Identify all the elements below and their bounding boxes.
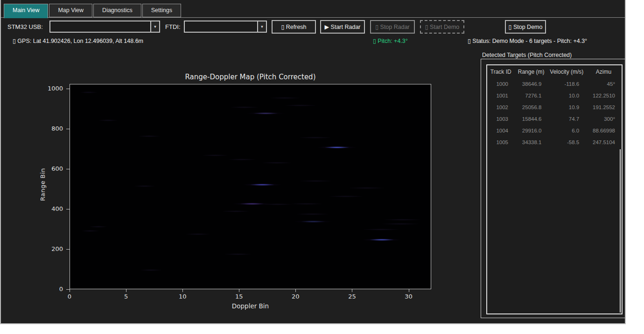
- noise-blob: [295, 213, 329, 215]
- range-doppler-plot[interactable]: [70, 84, 431, 289]
- targets-panel-title: Detected Targets (Pitch Corrected): [482, 52, 572, 58]
- table-row[interactable]: 100225056.810.9191.2552: [487, 101, 622, 113]
- table-cell: 10.9: [548, 104, 586, 110]
- stop-demo-button[interactable]: ▯ Stop Demo: [505, 20, 546, 34]
- noise-blob: [79, 91, 98, 93]
- target-streak: [317, 146, 357, 149]
- column-header[interactable]: Azimu: [586, 69, 622, 75]
- noise-blob: [89, 226, 108, 228]
- x-tick-label: 5: [119, 293, 133, 300]
- stm32-usb-label: STM32 USB:: [7, 23, 43, 30]
- status-text: ▯ Status: Demo Mode - 6 targets - Pitch:…: [468, 37, 587, 44]
- column-header[interactable]: Track ID: [487, 69, 514, 75]
- table-row[interactable]: 100534338.1-58.5247.5104: [487, 136, 622, 148]
- table-cell: 10.0: [548, 93, 586, 98]
- table-cell: 122.2510: [586, 93, 622, 98]
- noise-blob: [140, 269, 162, 271]
- table-row[interactable]: 100429916.06.088.66998: [487, 125, 622, 136]
- target-streak: [362, 238, 401, 241]
- target-streak: [243, 183, 282, 186]
- table-row[interactable]: 10017276.110.0122.2510: [487, 90, 622, 101]
- noise-blob: [290, 203, 323, 205]
- tab-bar: Main View Map View Diagnostics Settings: [4, 4, 182, 18]
- y-tick: [66, 89, 70, 89]
- table-header-row: Track IDRange (m)Velocity (m/s)Azimu: [487, 65, 622, 78]
- ftdi-label: FTDI:: [165, 23, 181, 30]
- table-cell: 1004: [487, 128, 515, 133]
- target-streak: [246, 112, 285, 115]
- noise-blob: [202, 154, 229, 156]
- x-tick: [409, 289, 409, 292]
- table-cell: 191.2552: [586, 104, 622, 110]
- noise-blob: [298, 137, 332, 139]
- tab-map-view[interactable]: Map View: [49, 4, 92, 17]
- targets-table[interactable]: Track IDRange (m)Velocity (m/s)Azimu1000…: [486, 64, 623, 314]
- noise-blob: [81, 230, 99, 232]
- noise-blob: [348, 187, 385, 189]
- chart-title: Range-Doppler Map (Pitch Corrected): [70, 73, 431, 81]
- x-tick-label: 20: [288, 293, 302, 300]
- x-tick: [295, 289, 296, 292]
- noise-blob: [221, 210, 250, 212]
- noise-blob: [382, 219, 422, 221]
- y-tick: [66, 249, 70, 250]
- stm32-port-select[interactable]: ▼: [49, 21, 160, 33]
- start-demo-button[interactable]: ▯ Start Demo: [420, 20, 464, 34]
- table-cell: 38646.9: [515, 81, 548, 87]
- y-tick-label: 400: [42, 205, 63, 212]
- column-header[interactable]: Velocity (m/s): [548, 69, 586, 75]
- ftdi-port-value: [185, 21, 257, 32]
- stop-radar-button[interactable]: ▯ Stop Radar: [370, 20, 415, 34]
- table-cell: 45°: [586, 81, 622, 87]
- noise-blob: [138, 135, 161, 137]
- start-radar-button[interactable]: ▶ Start Radar: [320, 20, 365, 34]
- table-cell: 247.5104: [586, 139, 622, 145]
- y-tick: [66, 209, 70, 209]
- noise-blob: [328, 195, 364, 197]
- target-streak: [294, 220, 333, 223]
- noise-blob: [299, 180, 333, 182]
- y-tick-label: 1000: [42, 85, 63, 92]
- table-row[interactable]: 100038646.9-118.645°: [487, 78, 622, 90]
- table-row[interactable]: 100315844.674.7300°: [487, 113, 622, 125]
- column-header[interactable]: Range (m): [514, 69, 547, 75]
- noise-blob: [185, 233, 211, 235]
- table-cell: 6.0: [548, 128, 586, 133]
- x-tick-label: 30: [402, 293, 416, 300]
- noise-blob: [262, 203, 294, 205]
- noise-blob: [98, 119, 118, 121]
- table-cell: 34338.1: [515, 139, 548, 145]
- table-scrollbar[interactable]: [620, 149, 621, 313]
- table-cell: 1003: [487, 116, 515, 122]
- x-tick-label: 0: [63, 293, 77, 300]
- chart-xlabel: Doppler Bin: [70, 302, 431, 310]
- table-cell: 25056.8: [515, 104, 548, 110]
- table-cell: 88.66998: [586, 128, 622, 133]
- noise-blob: [227, 159, 257, 160]
- x-tick: [182, 289, 183, 292]
- y-tick: [66, 169, 70, 169]
- table-cell: 29916.0: [515, 128, 548, 133]
- stm32-port-value: [50, 21, 150, 32]
- x-tick: [126, 289, 126, 292]
- chevron-down-icon[interactable]: ▼: [150, 21, 159, 32]
- tab-diagnostics[interactable]: Diagnostics: [93, 4, 141, 17]
- table-cell: -118.6: [548, 81, 586, 87]
- x-tick: [352, 289, 352, 292]
- table-cell: 1005: [487, 139, 515, 145]
- chevron-down-icon[interactable]: ▼: [257, 21, 266, 32]
- tab-settings[interactable]: Settings: [142, 4, 181, 17]
- x-tick: [70, 289, 70, 292]
- noise-blob: [380, 223, 420, 225]
- noise-blob: [230, 106, 259, 108]
- table-cell: 1002: [487, 104, 515, 110]
- noise-blob: [133, 185, 156, 187]
- x-tick-label: 25: [345, 293, 359, 300]
- refresh-button[interactable]: ▯ Refresh: [272, 20, 316, 34]
- tab-main-view[interactable]: Main View: [4, 4, 48, 18]
- ftdi-port-select[interactable]: ▼: [184, 21, 267, 33]
- table-cell: 300°: [586, 116, 622, 122]
- noise-blob: [284, 104, 317, 106]
- y-tick-label: 200: [42, 245, 63, 252]
- y-tick-label: 600: [42, 165, 63, 172]
